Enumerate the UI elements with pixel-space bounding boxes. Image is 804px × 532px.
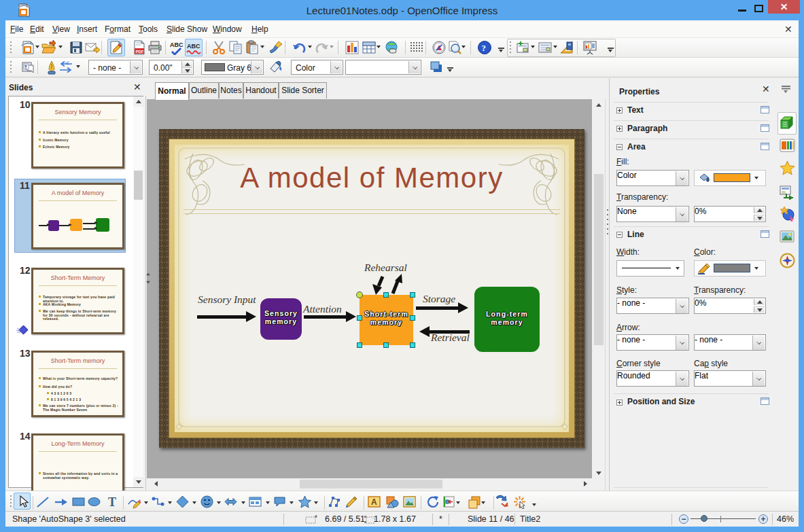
svg-text:?: ? [482, 43, 487, 53]
svg-text:ABC: ABC [170, 41, 183, 48]
svg-text:PDF: PDF [136, 50, 144, 54]
svg-text:A: A [371, 497, 377, 507]
svg-text:T: T [108, 495, 116, 509]
svg-text:ABC: ABC [187, 43, 200, 50]
